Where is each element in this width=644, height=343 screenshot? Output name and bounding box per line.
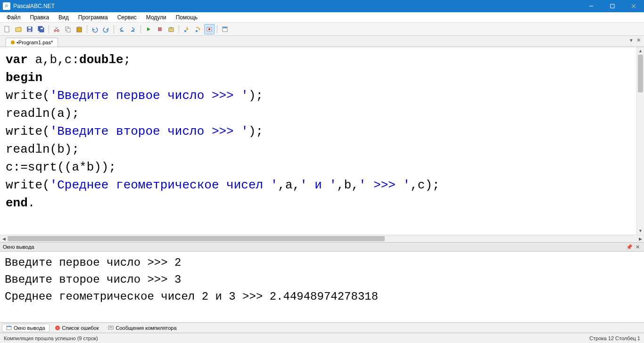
redo-icon[interactable]: [101, 24, 111, 34]
compile-icon[interactable]: [166, 24, 176, 34]
code-editor[interactable]: var a,b,c:double; begin write('Введите п…: [0, 47, 644, 235]
tab-controls: ▾ ✕: [628, 37, 642, 43]
svg-rect-7: [28, 30, 31, 32]
cursor-position: Строка 12 Столбец 1: [589, 335, 640, 341]
errors-tab-icon: !: [55, 325, 60, 331]
output-panel[interactable]: Введите первое число >>> 2 Введите второ…: [0, 252, 644, 322]
menu-modules[interactable]: Модули: [141, 13, 171, 22]
tab-label: •Program1.pas*: [17, 40, 53, 45]
toolbar: [0, 23, 644, 36]
undo-icon[interactable]: [90, 24, 100, 34]
svg-rect-25: [196, 30, 198, 32]
scroll-thumb-h[interactable]: [8, 236, 385, 241]
separator: [87, 25, 87, 33]
save-icon[interactable]: [25, 24, 35, 34]
menu-service[interactable]: Сервис: [113, 13, 141, 22]
svg-rect-23: [171, 27, 172, 28]
tab-dropdown-icon[interactable]: ▾: [628, 37, 634, 43]
step-into-icon[interactable]: [182, 24, 192, 34]
vertical-scrollbar[interactable]: ▲ ▼: [636, 47, 644, 235]
separator: [140, 25, 141, 33]
svg-rect-29: [223, 27, 227, 28]
svg-rect-21: [158, 27, 162, 31]
menu-edit[interactable]: Правка: [25, 13, 54, 22]
step-over-icon[interactable]: [193, 24, 203, 34]
svg-rect-24: [184, 30, 186, 32]
modified-indicator-icon: [11, 41, 15, 44]
svg-rect-18: [78, 26, 80, 28]
menu-view[interactable]: Вид: [54, 13, 74, 22]
tab-compiler-messages[interactable]: Сообщения компилятора: [104, 324, 181, 332]
messages-tab-icon: [108, 325, 114, 331]
separator: [179, 25, 179, 33]
scroll-right-icon[interactable]: ▶: [636, 237, 644, 241]
panel-close-icon[interactable]: ✕: [634, 244, 641, 250]
scroll-left-icon[interactable]: ◀: [0, 237, 8, 241]
svg-rect-17: [77, 27, 82, 32]
output-panel-title: Окно вывода: [3, 244, 34, 250]
menu-file[interactable]: Файл: [2, 13, 25, 22]
editor-tab[interactable]: •Program1.pas*: [6, 38, 58, 47]
close-button[interactable]: [623, 0, 644, 12]
svg-rect-1: [611, 4, 614, 8]
svg-rect-10: [41, 28, 43, 29]
menu-program[interactable]: Программа: [74, 13, 113, 22]
status-message: Компиляция прошла успешно (9 строк): [4, 335, 98, 341]
separator: [217, 25, 217, 33]
output-tab-icon: [6, 325, 12, 331]
window-controls: [580, 0, 644, 12]
save-all-icon[interactable]: [36, 24, 46, 34]
output-panel-header: Окно вывода 📌 ✕: [0, 242, 644, 252]
menu-help[interactable]: Помощь: [171, 13, 202, 22]
svg-point-12: [57, 30, 59, 32]
paste-icon[interactable]: [74, 24, 84, 34]
separator: [49, 25, 49, 33]
cut-icon[interactable]: [51, 24, 62, 34]
svg-rect-31: [7, 326, 11, 327]
form-designer-icon[interactable]: [220, 24, 230, 34]
scroll-up-icon[interactable]: ▲: [637, 47, 644, 55]
toggle-breakpoint-icon[interactable]: [204, 24, 215, 34]
new-file-icon[interactable]: [2, 24, 12, 34]
open-file-icon[interactable]: [13, 24, 24, 34]
copy-icon[interactable]: [63, 24, 73, 34]
svg-rect-20: [131, 31, 134, 32]
separator: [114, 25, 114, 33]
titlebar: P PascalABC.NET: [0, 0, 644, 12]
svg-rect-6: [28, 27, 31, 29]
scroll-thumb[interactable]: [638, 55, 643, 92]
svg-rect-22: [169, 28, 173, 32]
maximize-button[interactable]: [602, 0, 623, 12]
svg-rect-16: [67, 28, 70, 32]
stop-icon[interactable]: [155, 24, 165, 34]
menubar: Файл Правка Вид Программа Сервис Модули …: [0, 12, 644, 23]
navigate-forward-icon[interactable]: [128, 24, 138, 34]
tab-output[interactable]: Окно вывода: [2, 324, 50, 332]
app-icon: P: [3, 2, 10, 10]
minimize-button[interactable]: [580, 0, 602, 12]
tab-close-icon[interactable]: ✕: [635, 37, 642, 43]
svg-point-27: [208, 28, 210, 30]
pin-icon[interactable]: 📌: [625, 244, 634, 250]
bottom-tabbar: Окно вывода ! Список ошибок Сообщения ко…: [0, 322, 644, 333]
tab-errors[interactable]: ! Список ошибок: [50, 324, 103, 332]
scroll-down-icon[interactable]: ▼: [637, 227, 644, 235]
statusbar: Компиляция прошла успешно (9 строк) Стро…: [0, 333, 644, 343]
horizontal-scrollbar[interactable]: ◀ ▶: [0, 235, 644, 242]
svg-rect-19: [120, 31, 124, 32]
svg-point-11: [54, 30, 56, 32]
svg-text:!: !: [57, 326, 58, 330]
run-icon[interactable]: [143, 24, 154, 34]
window-title: PascalABC.NET: [13, 3, 580, 9]
tabbar: •Program1.pas* ▾ ✕: [0, 36, 644, 47]
navigate-back-icon[interactable]: [116, 24, 127, 34]
